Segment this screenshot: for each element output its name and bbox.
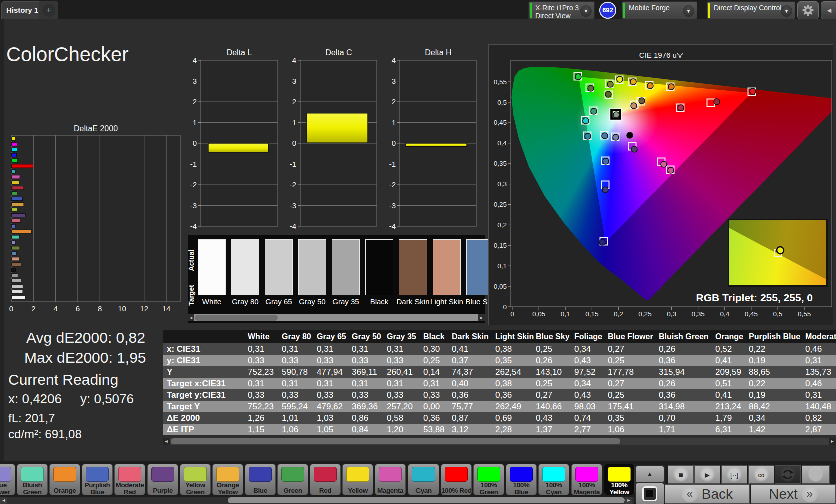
svg-text:0,05: 0,05 — [494, 283, 507, 290]
svg-text:0,5: 0,5 — [497, 99, 507, 106]
svg-text:0,5: 0,5 — [773, 310, 783, 318]
svg-text:0,15: 0,15 — [585, 310, 598, 318]
svg-text:1: 1 — [193, 118, 197, 127]
svg-text:DeltaE 2000: DeltaE 2000 — [74, 124, 118, 133]
svg-text:0,25: 0,25 — [638, 310, 651, 318]
svg-text:12: 12 — [140, 304, 148, 313]
svg-text:4: 4 — [53, 304, 57, 313]
svg-text:0,55: 0,55 — [494, 78, 507, 86]
svg-text:0: 0 — [392, 139, 396, 147]
svg-text:Delta H: Delta H — [425, 48, 451, 57]
svg-text:0,1: 0,1 — [561, 310, 570, 318]
svg-text:4: 4 — [193, 56, 197, 64]
svg-text:3: 3 — [292, 77, 296, 85]
svg-text:0,1: 0,1 — [497, 262, 507, 270]
svg-text:0: 0 — [9, 304, 13, 313]
svg-text:3: 3 — [193, 77, 197, 85]
svg-text:-4: -4 — [290, 222, 296, 230]
svg-text:14: 14 — [162, 304, 171, 313]
svg-text:2: 2 — [392, 97, 396, 106]
svg-text:0,45: 0,45 — [745, 310, 758, 318]
svg-text:0,2: 0,2 — [614, 310, 623, 318]
svg-text:0,55: 0,55 — [798, 310, 811, 318]
svg-text:-1: -1 — [190, 160, 197, 168]
svg-text:1: 1 — [392, 118, 396, 127]
svg-text:-2: -2 — [290, 180, 296, 189]
svg-text:0,15: 0,15 — [494, 242, 507, 249]
svg-text:-4: -4 — [389, 222, 396, 230]
svg-text:0,25: 0,25 — [494, 201, 507, 208]
svg-text:-4: -4 — [190, 222, 197, 230]
svg-text:0,45: 0,45 — [494, 119, 507, 126]
svg-text:-2: -2 — [389, 180, 396, 189]
svg-text:0,2: 0,2 — [497, 221, 507, 229]
svg-text:2: 2 — [193, 97, 197, 106]
svg-text:-2: -2 — [190, 180, 197, 189]
svg-text:-3: -3 — [190, 201, 197, 210]
svg-text:0: 0 — [193, 139, 197, 147]
svg-text:0,4: 0,4 — [497, 139, 507, 147]
svg-text:Delta C: Delta C — [325, 48, 352, 57]
svg-text:-3: -3 — [290, 201, 296, 210]
svg-text:10: 10 — [118, 304, 126, 313]
svg-text:0: 0 — [503, 303, 507, 311]
svg-text:0,3: 0,3 — [497, 180, 507, 188]
svg-text:-1: -1 — [290, 160, 296, 168]
svg-text:0,3: 0,3 — [667, 310, 676, 318]
svg-text:-3: -3 — [389, 201, 396, 210]
svg-text:6: 6 — [76, 304, 80, 313]
svg-text:0: 0 — [510, 310, 514, 318]
svg-text:0,35: 0,35 — [692, 310, 705, 318]
svg-text:0,35: 0,35 — [494, 160, 507, 167]
svg-text:4: 4 — [292, 56, 296, 64]
svg-text:4: 4 — [392, 56, 396, 64]
svg-text:3: 3 — [392, 77, 396, 85]
svg-text:0: 0 — [292, 139, 296, 147]
svg-text:2: 2 — [31, 304, 35, 313]
svg-text:8: 8 — [98, 304, 102, 313]
svg-text:Delta L: Delta L — [227, 48, 252, 57]
svg-text:-1: -1 — [389, 160, 396, 168]
svg-text:0,4: 0,4 — [720, 310, 729, 318]
svg-text:0,05: 0,05 — [532, 310, 545, 318]
svg-text:1: 1 — [292, 118, 296, 127]
svg-text:2: 2 — [292, 97, 296, 106]
